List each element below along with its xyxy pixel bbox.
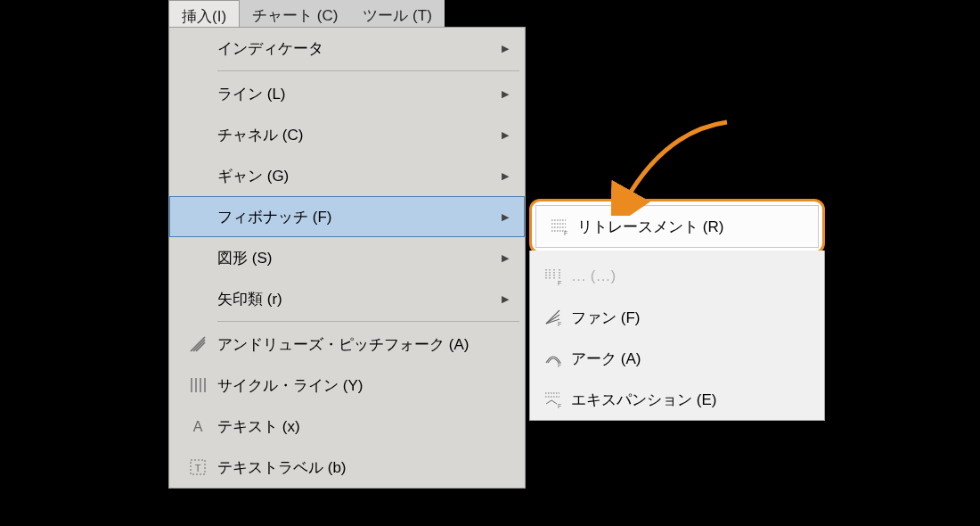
menu-item-text[interactable]: A テキスト (x) bbox=[169, 406, 525, 447]
menu-item-shapes[interactable]: 図形 (S) ▶ bbox=[169, 237, 525, 278]
menu-item-label: 矢印類 (r) bbox=[217, 289, 502, 309]
menu-tab-insert[interactable]: 挿入(I) bbox=[168, 0, 240, 28]
menu-item-gann[interactable]: ギャン (G) ▶ bbox=[169, 155, 525, 196]
menu-item-label: インディケータ bbox=[217, 38, 502, 59]
menu-item-label: アンドリューズ・ピッチフォーク (A) bbox=[217, 334, 525, 355]
menu-item-label: ギャン (G) bbox=[217, 166, 502, 186]
text-icon: A bbox=[178, 416, 217, 436]
svg-text:F: F bbox=[558, 403, 561, 409]
submenu-item-expansion[interactable]: F エキスパンション (E) bbox=[530, 379, 824, 420]
menu-item-indicators[interactable]: インディケータ ▶ bbox=[169, 28, 525, 69]
fib-fan-icon: F bbox=[535, 308, 571, 327]
menu-tab-chart[interactable]: チャート (C) bbox=[240, 0, 350, 27]
submenu-item-label: リトレースメント (R) bbox=[577, 217, 818, 237]
menu-item-pitchfork[interactable]: アンドリューズ・ピッチフォーク (A) bbox=[169, 324, 525, 365]
submenu-item-fan[interactable]: F ファン (F) bbox=[530, 297, 824, 338]
menu-item-lines[interactable]: ライン (L) ▶ bbox=[169, 73, 525, 114]
text-label-icon: T bbox=[178, 457, 217, 477]
submenu-arrow-icon: ▶ bbox=[502, 170, 525, 182]
menu-tab-tools[interactable]: ツール (T) bbox=[350, 0, 444, 27]
menu-item-arrows[interactable]: 矢印類 (r) ▶ bbox=[169, 278, 525, 319]
submenu-arrow-icon: ▶ bbox=[502, 43, 525, 54]
submenu-item-retracement[interactable]: F リトレースメント (R) bbox=[535, 205, 819, 248]
submenu-item-label: … (…) bbox=[571, 267, 824, 285]
fib-retracement-icon: F bbox=[542, 217, 577, 236]
svg-text:F: F bbox=[558, 280, 561, 286]
fib-expansion-icon: F bbox=[535, 390, 571, 409]
svg-text:F: F bbox=[558, 321, 561, 327]
fibonacci-submenu-panel: F … (…) F ファン (F) bbox=[529, 251, 825, 421]
menu-item-label: サイクル・ライン (Y) bbox=[217, 375, 525, 396]
menu-separator bbox=[217, 321, 519, 322]
submenu-arrow-icon: ▶ bbox=[502, 293, 525, 305]
insert-dropdown: インディケータ ▶ ライン (L) ▶ チャネル (C) ▶ ギャン (G) ▶… bbox=[168, 27, 526, 489]
menu-separator bbox=[217, 70, 519, 71]
menu-bar: 挿入(I) チャート (C) ツール (T) bbox=[168, 0, 445, 28]
svg-line-1 bbox=[193, 340, 205, 351]
cycle-lines-icon bbox=[178, 375, 217, 395]
svg-text:F: F bbox=[558, 362, 561, 368]
submenu-item-label: エキスパンション (E) bbox=[571, 390, 824, 410]
menu-item-label: フィボナッチ (F) bbox=[217, 207, 502, 227]
submenu-item-label: ファン (F) bbox=[571, 308, 824, 328]
svg-text:F: F bbox=[564, 230, 568, 236]
submenu-arrow-icon: ▶ bbox=[502, 129, 525, 141]
menu-item-channels[interactable]: チャネル (C) ▶ bbox=[169, 114, 525, 155]
submenu-arrow-icon: ▶ bbox=[502, 252, 525, 264]
svg-text:A: A bbox=[193, 419, 203, 434]
menu-item-cycle-lines[interactable]: サイクル・ライン (Y) bbox=[169, 365, 525, 406]
menu-item-label: ライン (L) bbox=[217, 84, 502, 104]
fib-timezone-icon: F bbox=[535, 267, 571, 286]
menu-item-text-label[interactable]: T テキストラベル (b) bbox=[169, 447, 525, 488]
submenu-arrow-icon: ▶ bbox=[502, 88, 525, 100]
menu-item-label: チャネル (C) bbox=[217, 125, 502, 145]
menu-item-label: テキストラベル (b) bbox=[217, 457, 525, 478]
menu-item-fibonacci[interactable]: フィボナッチ (F) ▶ bbox=[169, 196, 525, 237]
submenu-arrow-icon: ▶ bbox=[502, 211, 525, 223]
menu-item-label: 図形 (S) bbox=[217, 248, 502, 268]
svg-text:T: T bbox=[195, 463, 201, 473]
submenu-item-arc[interactable]: F アーク (A) bbox=[530, 338, 824, 379]
fib-arc-icon: F bbox=[535, 349, 571, 368]
menu-item-label: テキスト (x) bbox=[217, 416, 525, 437]
callout-box: F リトレースメント (R) bbox=[529, 199, 825, 254]
fibonacci-submenu: F リトレースメント (R) F … (…) bbox=[529, 199, 825, 421]
submenu-item-timezones[interactable]: F … (…) bbox=[530, 256, 824, 297]
pitchfork-icon bbox=[178, 334, 217, 354]
submenu-item-label: アーク (A) bbox=[571, 349, 824, 369]
